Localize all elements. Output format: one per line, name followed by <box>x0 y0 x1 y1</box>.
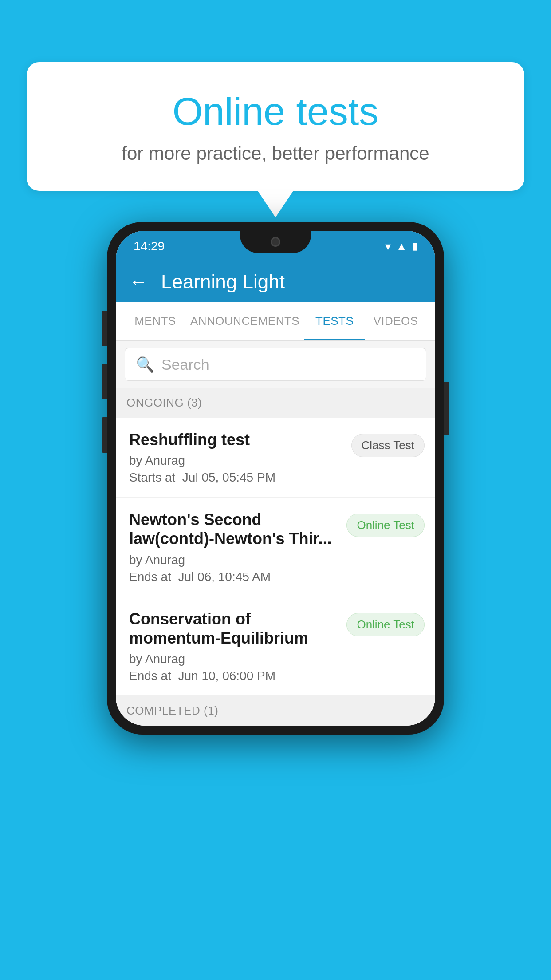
test-item-3[interactable]: Conservation of momentum-Equilibrium by … <box>116 597 435 696</box>
back-button[interactable]: ← <box>129 271 148 292</box>
test-info-2: Newton's Second law(contd)-Newton's Thir… <box>129 510 346 584</box>
tabs-container: MENTS ANNOUNCEMENTS TESTS VIDEOS <box>116 302 435 341</box>
test-time-1: Starts at Jul 05, 05:45 PM <box>129 470 342 485</box>
test-time-2: Ends at Jul 06, 10:45 AM <box>129 570 338 584</box>
signal-icon: ▲ <box>396 240 407 253</box>
notch <box>240 231 311 253</box>
test-name-1: Reshuffling test <box>129 430 342 449</box>
volume-down-button <box>102 364 107 399</box>
tab-tests[interactable]: TESTS <box>304 302 365 340</box>
speech-bubble: Online tests for more practice, better p… <box>27 62 524 191</box>
test-author-1: by Anurag <box>129 454 342 468</box>
status-time: 14:29 <box>134 239 165 253</box>
phone-container: 14:29 ▾ ▲ ▮ ← Learning Light <box>107 222 444 735</box>
test-info-3: Conservation of momentum-Equilibrium by … <box>129 609 346 683</box>
search-icon: 🔍 <box>136 356 154 373</box>
app-header: ← Learning Light <box>116 262 435 302</box>
tab-videos[interactable]: VIDEOS <box>365 302 426 340</box>
test-author-3: by Anurag <box>129 652 338 666</box>
test-author-2: by Anurag <box>129 553 338 567</box>
bubble-subtitle: for more practice, better performance <box>62 143 489 164</box>
status-bar: 14:29 ▾ ▲ ▮ <box>116 231 435 262</box>
completed-section-header: COMPLETED (1) <box>116 696 435 726</box>
test-badge-2: Online Test <box>346 514 425 537</box>
tab-announcements[interactable]: ANNOUNCEMENTS <box>186 302 304 340</box>
bubble-title: Online tests <box>62 89 489 134</box>
battery-icon: ▮ <box>412 241 417 252</box>
speech-bubble-tail <box>258 191 293 217</box>
volume-up-button <box>102 311 107 346</box>
app-title: Learning Light <box>161 271 285 293</box>
ongoing-section-label: ONGOING (3) <box>126 396 202 409</box>
volume-down2-button <box>102 417 107 453</box>
test-name-2: Newton's Second law(contd)-Newton's Thir… <box>129 510 338 548</box>
speech-bubble-container: Online tests for more practice, better p… <box>27 62 524 217</box>
wifi-icon: ▾ <box>385 240 391 253</box>
test-item-2[interactable]: Newton's Second law(contd)-Newton's Thir… <box>116 498 435 597</box>
front-camera <box>271 237 280 247</box>
tab-ments[interactable]: MENTS <box>125 302 186 340</box>
ongoing-section-header: ONGOING (3) <box>116 388 435 418</box>
search-placeholder: Search <box>161 356 209 373</box>
status-icons: ▾ ▲ ▮ <box>385 240 417 253</box>
power-button <box>444 382 449 435</box>
completed-section-label: COMPLETED (1) <box>126 704 218 717</box>
test-badge-3: Online Test <box>346 613 425 636</box>
test-name-3: Conservation of momentum-Equilibrium <box>129 609 338 648</box>
test-time-3: Ends at Jun 10, 06:00 PM <box>129 669 338 683</box>
test-list: Reshuffling test by Anurag Starts at Jul… <box>116 418 435 696</box>
test-info-1: Reshuffling test by Anurag Starts at Jul… <box>129 430 351 485</box>
phone-outer: 14:29 ▾ ▲ ▮ ← Learning Light <box>107 222 444 735</box>
search-container: 🔍 Search <box>116 341 435 388</box>
phone-screen: 14:29 ▾ ▲ ▮ ← Learning Light <box>116 231 435 726</box>
test-badge-1: Class Test <box>351 434 425 457</box>
test-item[interactable]: Reshuffling test by Anurag Starts at Jul… <box>116 418 435 498</box>
search-box[interactable]: 🔍 Search <box>125 348 426 381</box>
